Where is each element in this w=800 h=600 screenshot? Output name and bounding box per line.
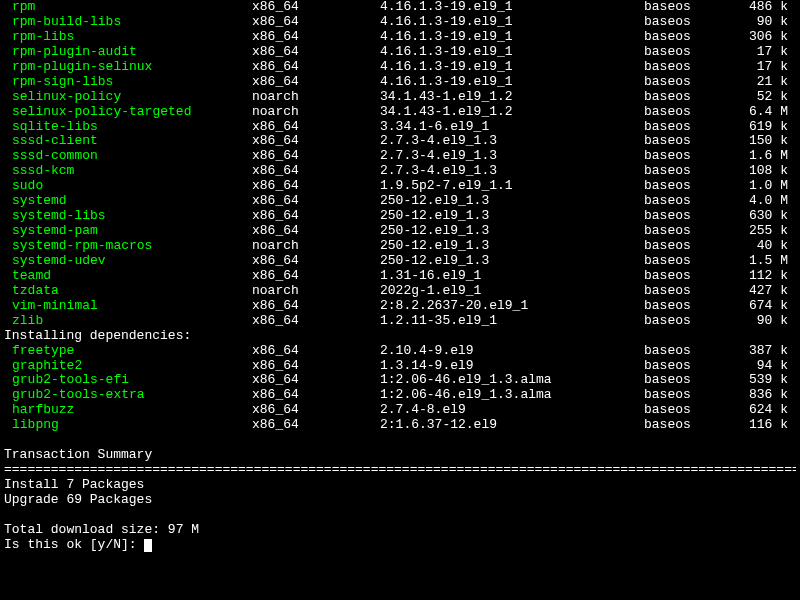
package-row: zlibx86_641.2.11-35.el9_1baseos90 k — [4, 314, 796, 329]
package-size: 108 k — [732, 164, 788, 179]
package-name: harfbuzz — [4, 403, 252, 418]
package-arch: x86_64 — [252, 314, 380, 329]
package-name: systemd-udev — [4, 254, 252, 269]
package-size: 112 k — [732, 269, 788, 284]
package-repo: baseos — [644, 359, 732, 374]
upgrade-count: Upgrade 69 Packages — [4, 493, 796, 508]
package-name: libpng — [4, 418, 252, 433]
package-version: 1.3.14-9.el9 — [380, 359, 644, 374]
package-repo: baseos — [644, 269, 732, 284]
package-arch: x86_64 — [252, 388, 380, 403]
package-arch: x86_64 — [252, 209, 380, 224]
package-repo: baseos — [644, 418, 732, 433]
package-version: 3.34.1-6.el9_1 — [380, 120, 644, 135]
package-repo: baseos — [644, 75, 732, 90]
package-version: 4.16.1.3-19.el9_1 — [380, 15, 644, 30]
package-row: tzdatanoarch2022g-1.el9_1baseos427 k — [4, 284, 796, 299]
package-arch: x86_64 — [252, 194, 380, 209]
package-repo: baseos — [644, 90, 732, 105]
package-repo: baseos — [644, 0, 732, 15]
package-row: grub2-tools-extrax86_641:2.06-46.el9_1.3… — [4, 388, 796, 403]
deps-list: freetypex86_642.10.4-9.el9baseos387 kgra… — [4, 344, 796, 434]
package-size: 17 k — [732, 60, 788, 75]
package-size: 624 k — [732, 403, 788, 418]
package-size: 630 k — [732, 209, 788, 224]
package-repo: baseos — [644, 60, 732, 75]
blank-line — [4, 508, 796, 523]
package-repo: baseos — [644, 45, 732, 60]
package-size: 40 k — [732, 239, 788, 254]
package-size: 6.4 M — [732, 105, 788, 120]
package-row: grub2-tools-efix86_641:2.06-46.el9_1.3.a… — [4, 373, 796, 388]
package-size: 150 k — [732, 134, 788, 149]
package-name: systemd-rpm-macros — [4, 239, 252, 254]
package-repo: baseos — [644, 164, 732, 179]
package-repo: baseos — [644, 388, 732, 403]
package-arch: x86_64 — [252, 30, 380, 45]
package-repo: baseos — [644, 105, 732, 120]
package-version: 1.2.11-35.el9_1 — [380, 314, 644, 329]
package-version: 250-12.el9_1.3 — [380, 209, 644, 224]
package-arch: x86_64 — [252, 15, 380, 30]
package-arch: x86_64 — [252, 45, 380, 60]
package-size: 4.0 M — [732, 194, 788, 209]
package-arch: x86_64 — [252, 344, 380, 359]
confirm-prompt[interactable]: Is this ok [y/N]: — [4, 538, 796, 553]
package-arch: x86_64 — [252, 373, 380, 388]
installing-deps-header: Installing dependencies: — [4, 329, 796, 344]
package-arch: x86_64 — [252, 0, 380, 15]
package-version: 34.1.43-1.el9_1.2 — [380, 105, 644, 120]
package-name: tzdata — [4, 284, 252, 299]
package-arch: x86_64 — [252, 149, 380, 164]
package-arch: x86_64 — [252, 60, 380, 75]
package-arch: x86_64 — [252, 418, 380, 433]
package-repo: baseos — [644, 403, 732, 418]
package-version: 4.16.1.3-19.el9_1 — [380, 0, 644, 15]
package-name: zlib — [4, 314, 252, 329]
package-repo: baseos — [644, 254, 732, 269]
package-repo: baseos — [644, 373, 732, 388]
package-name: rpm-plugin-selinux — [4, 60, 252, 75]
package-name: sssd-kcm — [4, 164, 252, 179]
package-name: rpm-build-libs — [4, 15, 252, 30]
package-arch: x86_64 — [252, 254, 380, 269]
package-arch: noarch — [252, 90, 380, 105]
package-repo: baseos — [644, 284, 732, 299]
package-version: 1.31-16.el9_1 — [380, 269, 644, 284]
package-name: sssd-client — [4, 134, 252, 149]
package-size: 1.6 M — [732, 149, 788, 164]
install-count: Install 7 Packages — [4, 478, 796, 493]
package-row: rpm-build-libsx86_644.16.1.3-19.el9_1bas… — [4, 15, 796, 30]
package-version: 2.7.3-4.el9_1.3 — [380, 149, 644, 164]
package-repo: baseos — [644, 179, 732, 194]
package-name: grub2-tools-extra — [4, 388, 252, 403]
package-name: selinux-policy-targeted — [4, 105, 252, 120]
package-size: 90 k — [732, 314, 788, 329]
package-row: harfbuzzx86_642.7.4-8.el9baseos624 k — [4, 403, 796, 418]
package-arch: x86_64 — [252, 359, 380, 374]
package-arch: x86_64 — [252, 403, 380, 418]
package-row: systemd-udevx86_64250-12.el9_1.3baseos1.… — [4, 254, 796, 269]
package-row: graphite2x86_641.3.14-9.el9baseos94 k — [4, 359, 796, 374]
package-size: 1.0 M — [732, 179, 788, 194]
package-name: sssd-common — [4, 149, 252, 164]
package-version: 2.7.3-4.el9_1.3 — [380, 164, 644, 179]
package-version: 250-12.el9_1.3 — [380, 224, 644, 239]
upgrades-list: rpmx86_644.16.1.3-19.el9_1baseos486 krpm… — [4, 0, 796, 329]
package-size: 255 k — [732, 224, 788, 239]
package-version: 2.7.4-8.el9 — [380, 403, 644, 418]
package-name: systemd — [4, 194, 252, 209]
package-arch: x86_64 — [252, 164, 380, 179]
package-size: 52 k — [732, 90, 788, 105]
package-arch: x86_64 — [252, 179, 380, 194]
package-size: 486 k — [732, 0, 788, 15]
package-row: libpngx86_642:1.6.37-12.el9baseos116 k — [4, 418, 796, 433]
package-version: 1:2.06-46.el9_1.3.alma — [380, 388, 644, 403]
total-download-size: Total download size: 97 M — [4, 523, 796, 538]
package-name: vim-minimal — [4, 299, 252, 314]
package-version: 4.16.1.3-19.el9_1 — [380, 30, 644, 45]
package-row: systemdx86_64250-12.el9_1.3baseos4.0 M — [4, 194, 796, 209]
package-version: 1.9.5p2-7.el9_1.1 — [380, 179, 644, 194]
package-name: rpm-libs — [4, 30, 252, 45]
package-arch: noarch — [252, 105, 380, 120]
